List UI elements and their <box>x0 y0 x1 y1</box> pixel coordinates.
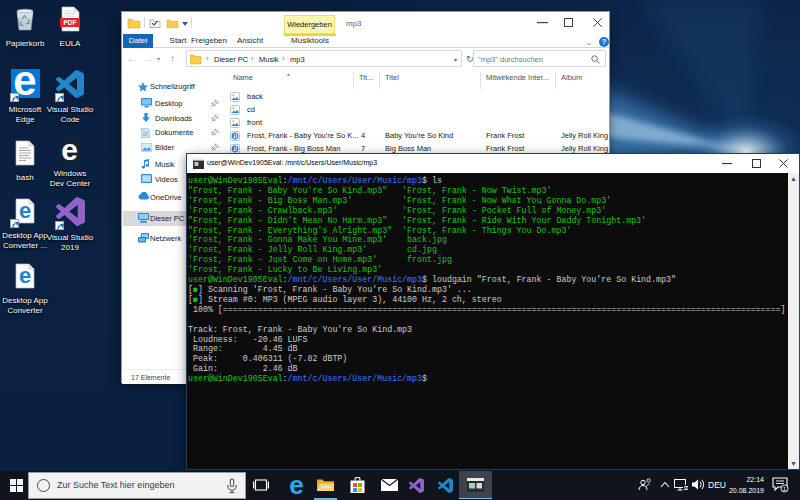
svg-text:e: e <box>289 476 303 496</box>
svg-text:e: e <box>19 198 31 223</box>
svg-text:e: e <box>61 140 78 162</box>
svg-text:PDF: PDF <box>64 19 77 26</box>
svg-text:e: e <box>19 263 31 288</box>
